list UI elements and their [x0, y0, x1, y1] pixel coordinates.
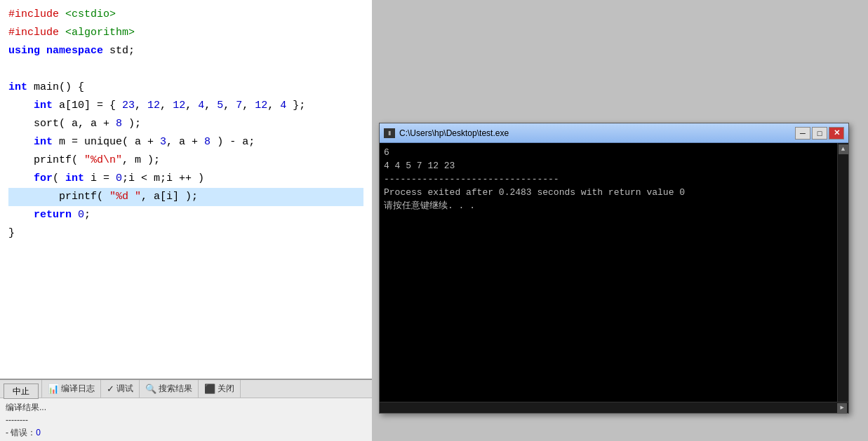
tab-close-label: 关闭: [218, 383, 234, 395]
code-line-9: printf( "%d\n", m );: [8, 151, 363, 170]
tab-search-label: 搜索结果: [159, 383, 192, 395]
error-count: 0: [36, 428, 41, 437]
maximize-button[interactable]: □: [812, 127, 827, 140]
code-line-7: sort( a, a + 8 );: [8, 115, 363, 133]
compile-divider: --------: [6, 414, 46, 426]
scroll-up-button[interactable]: ▲: [839, 144, 848, 154]
code-line-13: }: [8, 224, 363, 243]
cmd-line-3: Process exited after 0.2483 seconds with…: [384, 186, 833, 199]
error-label: - 错误：: [6, 428, 36, 437]
cmd-content: 6 4 4 5 7 12 23 ------------------------…: [380, 143, 837, 402]
cmd-body: 6 4 4 5 7 12 23 ------------------------…: [380, 143, 848, 402]
tab-close[interactable]: ⬛ 关闭: [199, 380, 241, 398]
code-editor[interactable]: #include <cstdio> #include <algorithm> u…: [0, 0, 372, 379]
code-line-3: using namespace std;: [8, 42, 363, 60]
code-line-6: int a[10] = { 23, 12, 12, 4, 5, 7, 12, 4…: [8, 97, 363, 115]
tab-debug[interactable]: ✓ 调试: [101, 380, 140, 398]
code-line-11: printf( "%d ", a[i] );: [8, 188, 363, 206]
compile-result-label: 编译结果...: [6, 401, 46, 414]
tab-search[interactable]: 🔍 搜索结果: [140, 380, 199, 398]
cmd-bottom-scrollbar[interactable]: ►: [380, 402, 848, 413]
cmd-controls: ─ □ ✕: [795, 127, 844, 140]
tab-bar: 📋 资源 📊 编译日志 ✓ 调试 🔍 搜索结果 ⬛ 关闭: [0, 380, 372, 398]
close-tab-icon: ⬛: [204, 384, 215, 394]
debug-icon: ✓: [107, 384, 114, 394]
code-line-1: #include <cstdio>: [8, 6, 363, 24]
code-line-12: return 0;: [8, 206, 363, 224]
stop-button[interactable]: 中止: [4, 384, 39, 399]
cmd-divider: --------------------------------: [384, 172, 833, 186]
cmd-icon: ▮: [384, 128, 395, 138]
minimize-button[interactable]: ─: [795, 127, 810, 140]
scroll-right-button[interactable]: ►: [837, 403, 847, 413]
code-line-4: [8, 60, 363, 79]
compile-output: 编译结果... -------- - 错误：0 - 警告：0: [0, 398, 52, 441]
tab-debug-label: 调试: [116, 383, 133, 395]
compile-icon: 📊: [48, 384, 59, 394]
cmd-titlebar: ▮ C:\Users\hp\Desktop\test.exe ─ □ ✕: [380, 123, 848, 143]
search-icon: 🔍: [145, 384, 156, 394]
cmd-title: ▮ C:\Users\hp\Desktop\test.exe: [384, 128, 509, 138]
tab-compile-log[interactable]: 📊 编译日志: [42, 380, 101, 398]
code-line-8: int m = unique( a + 3, a + 8 ) - a;: [8, 133, 363, 151]
cmd-line-2: 4 4 5 7 12 23: [384, 159, 833, 172]
bottom-panel: 📋 资源 📊 编译日志 ✓ 调试 🔍 搜索结果 ⬛ 关闭 中止 编译结果... …: [0, 379, 372, 441]
cmd-window[interactable]: ▮ C:\Users\hp\Desktop\test.exe ─ □ ✕ 6 4…: [379, 123, 849, 414]
error-line: - 错误：0: [6, 426, 46, 439]
cmd-line-1: 6: [384, 146, 833, 159]
code-line-10: for( int i = 0;i < m;i ++ ): [8, 170, 363, 188]
close-button[interactable]: ✕: [829, 127, 844, 140]
cmd-line-4: 请按任意键继续. . .: [384, 199, 833, 212]
code-line-5: int main() {: [8, 79, 363, 97]
cmd-title-text: C:\Users\hp\Desktop\test.exe: [399, 128, 509, 138]
tab-compile-log-label: 编译日志: [61, 383, 95, 395]
code-line-2: #include <algorithm>: [8, 24, 363, 42]
cmd-scrollbar[interactable]: ▲: [837, 143, 848, 402]
